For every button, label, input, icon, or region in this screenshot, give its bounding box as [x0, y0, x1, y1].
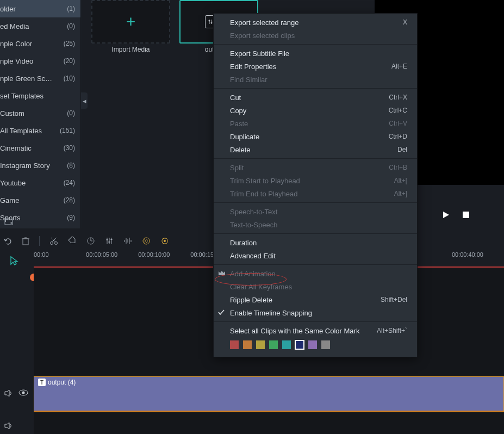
sidebar-item-count: (0) [67, 22, 75, 30]
sidebar-item-label: Youtube [0, 179, 26, 187]
color-swatch[interactable] [295, 340, 304, 349]
svg-marker-35 [5, 390, 9, 396]
context-menu-item[interactable]: Advanced Edit [214, 249, 417, 262]
context-menu-item[interactable]: Edit PropertiesAlt+E [214, 60, 417, 73]
context-menu-item[interactable]: CopyCtrl+C [214, 104, 417, 117]
context-menu-item: Find Similar [214, 73, 417, 86]
context-menu-label: Cut [230, 94, 241, 102]
color-swatch[interactable] [243, 340, 252, 349]
sidebar-item-label: Instagram Story [0, 162, 50, 170]
context-menu-label: Delete [230, 146, 251, 154]
collapse-sidebar-handle[interactable]: ◂ [81, 92, 88, 109]
stop-button[interactable] [463, 212, 469, 218]
sidebar-item[interactable]: All Templates(151) [0, 122, 80, 139]
visibility-icon[interactable] [18, 389, 28, 397]
sidebar-item-count: (1) [67, 5, 75, 13]
context-menu-item[interactable]: Enable Timeline Snapping [214, 306, 417, 319]
svg-rect-11 [23, 239, 28, 245]
sidebar-item-count: (20) [64, 57, 75, 65]
sidebar-item-count: (24) [64, 179, 75, 187]
sidebar-item[interactable]: set Templates [0, 87, 80, 104]
context-menu-label: Add Animation [230, 270, 276, 278]
context-menu-item[interactable]: Export selected rangeX [214, 16, 417, 29]
context-menu-item[interactable]: Ripple DeleteShift+Del [214, 293, 417, 306]
color-swatch[interactable] [230, 340, 239, 349]
speed-icon[interactable] [86, 237, 95, 245]
sidebar-item[interactable]: Game(28) [0, 191, 80, 209]
audio-track-mute[interactable] [4, 422, 13, 430]
sidebar-item[interactable]: nple Video(20) [0, 52, 80, 70]
svg-point-7 [210, 22, 212, 24]
check-icon [218, 309, 225, 315]
context-menu-label: Select all Clips with the Same Color Mar… [230, 327, 359, 335]
new-folder-icon[interactable] [4, 218, 13, 225]
sidebar-item[interactable]: nple Green Scre...(10) [0, 70, 80, 87]
color-swatch[interactable] [308, 340, 317, 349]
context-menu-label: Split [230, 164, 244, 172]
color-swatch[interactable] [269, 340, 278, 349]
delete-icon[interactable] [22, 237, 29, 245]
context-menu-item[interactable]: Duration [214, 236, 417, 249]
sidebar-item-label: nple Green Scre... [0, 75, 54, 83]
svg-rect-24 [107, 239, 108, 240]
svg-point-32 [143, 238, 150, 244]
svg-point-14 [51, 242, 53, 245]
autoreframe-icon[interactable] [160, 237, 169, 245]
svg-marker-38 [5, 423, 9, 429]
mute-icon[interactable] [4, 389, 13, 397]
svg-rect-25 [109, 241, 110, 243]
context-menu-item[interactable]: DuplicateCtrl+D [214, 130, 417, 143]
context-menu-label: Advanced Edit [230, 252, 276, 260]
context-menu-group: Select all Clips with the Same Color Mar… [214, 322, 417, 357]
color-volume-icon[interactable] [142, 237, 151, 245]
video-track-controls [4, 389, 28, 397]
context-menu-label: Enable Timeline Snapping [230, 309, 312, 317]
sidebar-item-count: (151) [60, 127, 75, 134]
context-menu-item: PasteCtrl+V [214, 117, 417, 130]
context-menu-item: Text-to-Speech [214, 218, 417, 231]
sidebar-item-label: older [0, 5, 16, 13]
sidebar: older(1)ed Media(0)nple Color(25)nple Vi… [0, 0, 81, 228]
sidebar-item[interactable]: nple Color(25) [0, 35, 80, 52]
context-menu-label: Edit Properties [230, 63, 276, 71]
context-menu-label: Duplicate [230, 133, 259, 141]
sidebar-item-label: Custom [0, 109, 24, 117]
context-menu-label: Export Subtitle File [230, 49, 289, 58]
sidebar-item[interactable]: Youtube(24) [0, 174, 80, 191]
svg-line-16 [52, 238, 57, 242]
color-swatch[interactable] [256, 340, 265, 349]
context-menu-shortcut: Shift+Del [381, 296, 407, 303]
timeline-clip[interactable] [34, 376, 504, 412]
sidebar-item-label: nple Video [0, 57, 33, 65]
sidebar-item-label: All Templates [0, 127, 42, 135]
undo-icon[interactable] [3, 237, 12, 245]
context-menu-item[interactable]: Export Subtitle File [214, 47, 417, 60]
sliders-icon[interactable] [105, 237, 114, 245]
context-menu-item: Add Animation [214, 267, 417, 280]
selection-tool-icon[interactable] [10, 256, 20, 265]
context-menu: Export selected rangeXExport selected cl… [213, 13, 418, 357]
context-menu-shortcut: Del [397, 146, 407, 153]
svg-point-34 [164, 240, 166, 242]
tag-icon[interactable] [68, 237, 77, 245]
context-menu-item[interactable]: CutCtrl+X [214, 91, 417, 104]
color-swatch[interactable] [321, 340, 330, 349]
sidebar-item[interactable]: Custom(0) [0, 104, 80, 122]
context-menu-shortcut: Ctrl+X [389, 94, 407, 101]
import-media-tile[interactable]: + [91, 0, 170, 44]
context-menu-label: Export selected range [230, 18, 298, 27]
svg-point-15 [55, 242, 58, 245]
sidebar-item[interactable]: Instagram Story(8) [0, 157, 80, 174]
cut-icon[interactable] [49, 237, 58, 245]
context-menu-item[interactable]: Select all Clips with the Same Color Mar… [214, 324, 417, 337]
sidebar-item-count: (8) [67, 162, 75, 169]
context-menu-label: Duration [230, 239, 257, 247]
context-menu-item[interactable]: DeleteDel [214, 143, 417, 156]
sidebar-item[interactable]: Cinematic(30) [0, 139, 80, 157]
audio-wave-icon[interactable] [123, 237, 132, 245]
color-swatch[interactable] [282, 340, 291, 349]
context-menu-label: Speech-to-Text [230, 208, 277, 216]
sidebar-item[interactable]: older(1) [0, 0, 80, 17]
sidebar-item[interactable]: ed Media(0) [0, 17, 80, 35]
play-button[interactable] [442, 211, 450, 219]
